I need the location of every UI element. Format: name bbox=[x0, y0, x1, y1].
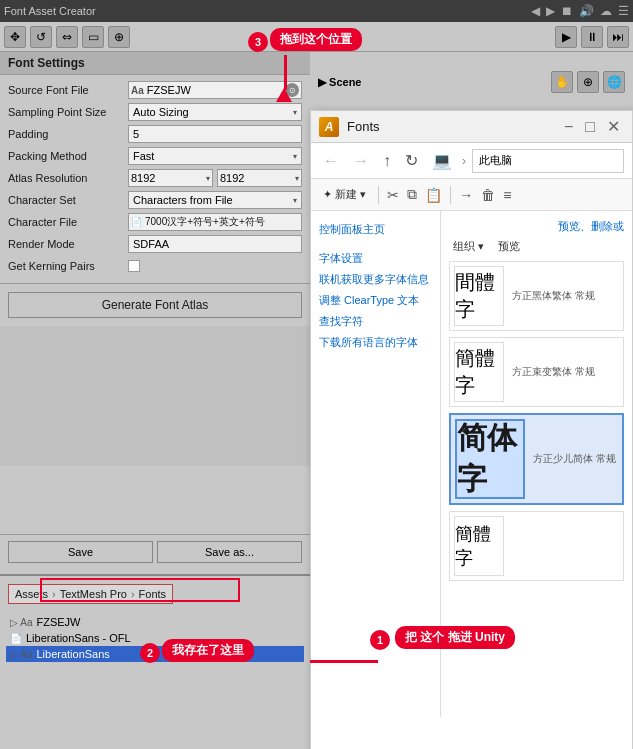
toolbar-cut[interactable]: ✂ bbox=[387, 187, 399, 203]
packing-dropdown[interactable]: Fast ▾ bbox=[128, 147, 302, 165]
font-asset-creator-panel: Font Settings Source Font File Aa FZSEJW… bbox=[0, 52, 310, 466]
back-icon[interactable]: ◀ bbox=[531, 4, 540, 18]
step-btn[interactable]: ⏭ bbox=[607, 26, 629, 48]
source-font-label: Source Font File bbox=[8, 84, 128, 96]
toolbar-delete[interactable]: 🗑 bbox=[481, 187, 495, 203]
sidebar-download-langs[interactable]: 下载所有语言的字体 bbox=[317, 332, 434, 353]
toolbar-move[interactable]: → bbox=[459, 187, 473, 203]
rendermode-input[interactable] bbox=[128, 235, 302, 253]
preview-header[interactable]: 预览、删除或 bbox=[449, 219, 624, 234]
settings-section: Source Font File Aa FZSEJW ⊙ Sampling Po… bbox=[0, 75, 310, 281]
rendermode-label: Render Mode bbox=[8, 238, 128, 250]
hand-tool[interactable]: ✋ bbox=[551, 71, 573, 93]
fonts-title-left: A Fonts bbox=[319, 117, 380, 137]
res-width-input[interactable]: 8192 ▾ bbox=[128, 169, 213, 187]
play-btn[interactable]: ▶ bbox=[555, 26, 577, 48]
annotation-text-2: 我存在了这里 bbox=[162, 639, 254, 662]
resolution-inputs: 8192 ▾ 8192 ▾ bbox=[128, 169, 302, 187]
doc-file-icon: 📄 bbox=[10, 633, 22, 644]
multi-tool[interactable]: ⊕ bbox=[108, 26, 130, 48]
nav-arrow-icon: › bbox=[462, 154, 466, 168]
asset-fzsejw[interactable]: ▷ Aa FZSEJW bbox=[6, 614, 304, 630]
minimize-btn[interactable]: − bbox=[560, 118, 577, 136]
sidebar-find-char[interactable]: 查找字符 bbox=[317, 311, 434, 332]
nav-forward-btn[interactable]: → bbox=[349, 150, 373, 172]
font-preview-thumb-1: 間體字 bbox=[454, 266, 504, 326]
location-text: 此电脑 bbox=[479, 153, 512, 168]
arrow-line-h bbox=[310, 660, 378, 663]
font-card-3-selected[interactable]: 简体字 方正少儿简体 常规 bbox=[449, 413, 624, 505]
nav-up-btn[interactable]: ↑ bbox=[379, 150, 395, 172]
packing-arrow: ▾ bbox=[293, 152, 297, 161]
sidebar-font-settings[interactable]: 字体设置 bbox=[317, 248, 434, 269]
zoom-tool[interactable]: ⊕ bbox=[577, 71, 599, 93]
breadcrumb-sep2: › bbox=[131, 588, 135, 600]
sidebar-online-fonts[interactable]: 联机获取更多字体信息 bbox=[317, 269, 434, 290]
toolbar-copy[interactable]: ⧉ bbox=[407, 186, 417, 203]
rotate-tool[interactable]: ↺ bbox=[30, 26, 52, 48]
scene-area: ▶ Scene ✋ ⊕ 🌐 bbox=[310, 52, 633, 112]
toolbar-new[interactable]: ✦ 新建 ▾ bbox=[319, 185, 370, 204]
save-as-button[interactable]: Save as... bbox=[157, 541, 302, 563]
fonts-window: A Fonts − □ ✕ ← → ↑ ↻ 💻 › 此电脑 ✦ 新建 ▾ ✂ ⧉… bbox=[310, 110, 633, 749]
padding-input[interactable] bbox=[128, 125, 302, 143]
pause-btn[interactable]: ⏸ bbox=[581, 26, 603, 48]
charset-label: Character Set bbox=[8, 194, 128, 206]
asset-liberation-label: LiberationSans bbox=[36, 648, 109, 660]
location-bar[interactable]: 此电脑 bbox=[472, 149, 624, 173]
preview-area bbox=[0, 326, 310, 466]
toolbar-paste[interactable]: 📋 bbox=[425, 187, 442, 203]
font-info-1: 方正黑体繁体 常规 bbox=[512, 289, 595, 303]
packing-row: Packing Method Fast ▾ bbox=[0, 145, 310, 167]
generate-btn[interactable]: Generate Font Atlas bbox=[8, 292, 302, 318]
nav-computer-btn[interactable]: 💻 bbox=[428, 149, 456, 172]
asset-liberation-ofl-label: LiberationSans - OFL bbox=[26, 632, 131, 644]
maximize-btn[interactable]: □ bbox=[581, 118, 599, 136]
sampling-dropdown[interactable]: Auto Sizing ▾ bbox=[128, 103, 302, 121]
nav-back-btn[interactable]: ← bbox=[319, 150, 343, 172]
sound-icon[interactable]: 🔊 bbox=[579, 4, 594, 18]
font-card-1[interactable]: 間體字 方正黑体繁体 常规 bbox=[449, 261, 624, 331]
save-button[interactable]: Save bbox=[8, 541, 153, 563]
arrow-down-1 bbox=[276, 88, 292, 102]
preview-button[interactable]: 预览 bbox=[494, 238, 524, 255]
font-card-2[interactable]: 簡體字 方正束变繁体 常规 bbox=[449, 337, 624, 407]
charfile-label: Character File bbox=[8, 216, 128, 228]
sampling-row: Sampling Point Size Auto Sizing ▾ bbox=[0, 101, 310, 123]
breadcrumb: Assets › TextMesh Pro › Fonts bbox=[8, 584, 173, 604]
org-button[interactable]: 组织 ▾ bbox=[449, 238, 488, 255]
divider bbox=[0, 283, 310, 284]
close-btn[interactable]: ✕ bbox=[603, 117, 624, 136]
unity-top-bar: Font Asset Creator ◀ ▶ ⏹ 🔊 ☁ ☰ bbox=[0, 0, 633, 22]
font-card-4[interactable]: 簡體字 bbox=[449, 511, 624, 581]
rect-tool[interactable]: ▭ bbox=[82, 26, 104, 48]
move-tool[interactable]: ✥ bbox=[4, 26, 26, 48]
sampling-value: Auto Sizing bbox=[133, 106, 189, 118]
sidebar-cleartype[interactable]: 调整 ClearType 文本 bbox=[317, 290, 434, 311]
cloud-icon[interactable]: ☁ bbox=[600, 4, 612, 18]
font-preview-thumb-2: 簡體字 bbox=[454, 342, 504, 402]
res-height-input[interactable]: 8192 ▾ bbox=[217, 169, 302, 187]
font-settings-header: Font Settings bbox=[0, 52, 310, 75]
stop-icon[interactable]: ⏹ bbox=[561, 4, 573, 18]
forward-icon[interactable]: ▶ bbox=[546, 4, 555, 18]
toolbar-more[interactable]: ≡ bbox=[503, 187, 511, 203]
scale-tool[interactable]: ⇔ bbox=[56, 26, 78, 48]
font-info-2: 方正束变繁体 常规 bbox=[512, 365, 595, 379]
toolbar-div1 bbox=[378, 186, 379, 204]
kerning-label: Get Kerning Pairs bbox=[8, 260, 128, 272]
globe-tool[interactable]: 🌐 bbox=[603, 71, 625, 93]
font-name-2: 方正束变繁体 常规 bbox=[512, 365, 595, 379]
charfile-input[interactable]: 📄 7000汉字+符号+英文+符号 bbox=[128, 213, 302, 231]
charset-dropdown[interactable]: Characters from File ▾ bbox=[128, 191, 302, 209]
kerning-checkbox[interactable] bbox=[128, 260, 140, 272]
nav-refresh-btn[interactable]: ↻ bbox=[401, 149, 422, 172]
fonts-nav-bar: ← → ↑ ↻ 💻 › 此电脑 bbox=[311, 143, 632, 179]
sidebar-control-panel[interactable]: 控制面板主页 bbox=[317, 219, 434, 240]
source-font-row: Source Font File Aa FZSEJW ⊙ bbox=[0, 79, 310, 101]
sampling-arrow: ▾ bbox=[293, 108, 297, 117]
arrow-line-v bbox=[284, 55, 287, 90]
annotation-2: 2 bbox=[140, 643, 160, 663]
window-controls: − □ ✕ bbox=[560, 117, 624, 136]
aa-file-icon: ▷ Aa bbox=[10, 617, 32, 628]
